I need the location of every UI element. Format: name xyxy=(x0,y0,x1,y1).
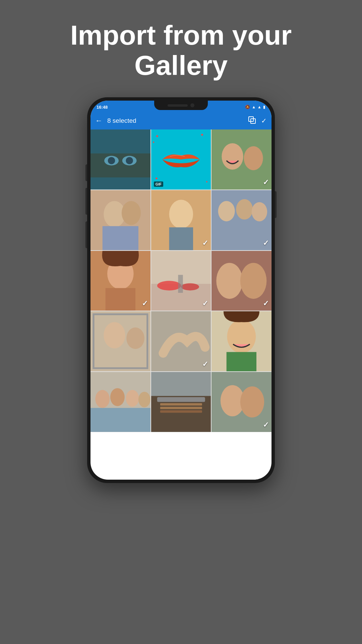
grid-cell-6[interactable]: ✓ xyxy=(212,190,272,250)
svg-point-31 xyxy=(217,263,243,299)
grid-cell-1[interactable] xyxy=(90,129,150,190)
speaker xyxy=(168,104,188,107)
svg-point-28 xyxy=(181,283,199,290)
mute-button xyxy=(85,164,87,181)
grid-cell-15[interactable]: ✓ xyxy=(212,372,272,432)
grid-cell-9[interactable]: ✓ xyxy=(212,251,272,311)
grid-cell-3[interactable]: ✓ xyxy=(212,129,272,190)
sparkle-icon: ✦ xyxy=(155,133,159,139)
select-all-button[interactable] xyxy=(248,116,256,125)
svg-rect-42 xyxy=(90,408,150,432)
volume-down-button xyxy=(85,221,87,248)
status-icons: 🔕 ▲ ▲ ▮ xyxy=(245,105,265,109)
wifi-icon: ▲ xyxy=(252,105,256,109)
checkmark-8: ✓ xyxy=(202,299,208,308)
photo-girls-beach xyxy=(90,372,150,432)
phone-screen: 16:48 🔕 ▲ ▲ ▮ ← 8 selected xyxy=(90,101,272,480)
svg-point-19 xyxy=(218,201,235,221)
checkmark-5: ✓ xyxy=(202,239,208,248)
svg-point-39 xyxy=(227,320,256,353)
svg-point-45 xyxy=(126,390,139,407)
svg-point-6 xyxy=(108,157,115,164)
confirm-button[interactable]: ✓ xyxy=(261,117,267,125)
grid-cell-11[interactable]: ✓ xyxy=(151,311,211,371)
sparkle-icon: ✦ xyxy=(155,176,159,181)
power-button xyxy=(275,191,277,218)
page-title: Import from your Gallery xyxy=(64,20,298,80)
front-camera xyxy=(190,103,194,107)
svg-point-7 xyxy=(126,157,133,164)
selected-count-label: 8 selected xyxy=(107,117,136,124)
svg-point-43 xyxy=(95,390,110,408)
checkmark-3: ✓ xyxy=(263,178,269,187)
grid-cell-12[interactable] xyxy=(212,311,272,371)
photo-woman-smile xyxy=(212,311,272,371)
lips-svg xyxy=(159,148,203,171)
svg-point-20 xyxy=(236,199,253,220)
svg-rect-14 xyxy=(103,226,138,250)
checkmark-11: ✓ xyxy=(202,360,208,369)
svg-rect-40 xyxy=(227,352,256,371)
svg-point-32 xyxy=(240,263,267,299)
svg-point-27 xyxy=(157,281,181,290)
photo-couple-hug xyxy=(90,190,150,250)
grid-cell-14[interactable] xyxy=(151,372,211,432)
grid-cell-2[interactable]: ✦ ✦ • ✦ • GIF xyxy=(151,129,211,190)
svg-point-10 xyxy=(244,146,263,170)
checkmark-9: ✓ xyxy=(263,299,269,308)
grid-cell-13[interactable] xyxy=(90,372,150,432)
photo-grill-bbq xyxy=(151,372,211,432)
sparkle-icon: ✦ xyxy=(200,132,204,138)
battery-icon: ▮ xyxy=(263,105,265,109)
photo-mirror-selfie xyxy=(90,311,150,371)
svg-rect-52 xyxy=(160,410,202,413)
checkmark-15: ✓ xyxy=(263,421,269,429)
volume-up-button xyxy=(85,188,87,215)
svg-rect-49 xyxy=(157,397,205,402)
grid-cell-10[interactable] xyxy=(90,311,150,371)
svg-point-9 xyxy=(222,143,243,170)
grid-cell-5[interactable]: ✓ xyxy=(151,190,211,250)
grid-cell-4[interactable] xyxy=(90,190,150,250)
svg-point-44 xyxy=(110,388,125,406)
gif-lips-content: ✦ ✦ • ✦ • GIF xyxy=(151,129,211,190)
checkmark-7: ✓ xyxy=(142,299,148,308)
svg-point-35 xyxy=(104,322,125,349)
svg-rect-17 xyxy=(169,227,193,250)
svg-rect-29 xyxy=(178,275,183,293)
sparkle-icon: • xyxy=(153,140,155,145)
signal-icon: ▲ xyxy=(257,105,261,109)
svg-rect-24 xyxy=(106,288,135,311)
phone-frame: 16:48 🔕 ▲ ▲ ▮ ← 8 selected xyxy=(87,97,275,483)
photo-grid: ✦ ✦ • ✦ • GIF xyxy=(90,129,272,432)
sparkle-icon: • xyxy=(206,179,207,184)
gif-badge: GIF xyxy=(154,181,163,187)
app-bar-left: ← 8 selected xyxy=(95,116,136,125)
svg-rect-3 xyxy=(90,154,150,177)
app-bar-right: ✓ xyxy=(248,116,267,125)
svg-point-36 xyxy=(126,328,144,349)
phone-notch xyxy=(154,101,208,110)
app-bar: ← 8 selected ✓ xyxy=(90,112,272,129)
svg-point-55 xyxy=(240,386,264,418)
svg-rect-50 xyxy=(160,403,202,406)
checkmark-6: ✓ xyxy=(263,239,269,248)
svg-point-16 xyxy=(169,200,193,229)
svg-point-46 xyxy=(138,392,150,407)
svg-point-13 xyxy=(122,201,141,225)
photo-eyes xyxy=(90,129,150,190)
back-button[interactable]: ← xyxy=(95,116,103,125)
mute-icon: 🔕 xyxy=(245,105,250,109)
grid-cell-7[interactable]: ✓ xyxy=(90,251,150,311)
svg-rect-51 xyxy=(160,407,202,409)
svg-point-21 xyxy=(252,202,267,221)
grid-cell-8[interactable]: ✓ xyxy=(151,251,211,311)
status-time: 16:48 xyxy=(97,105,108,110)
